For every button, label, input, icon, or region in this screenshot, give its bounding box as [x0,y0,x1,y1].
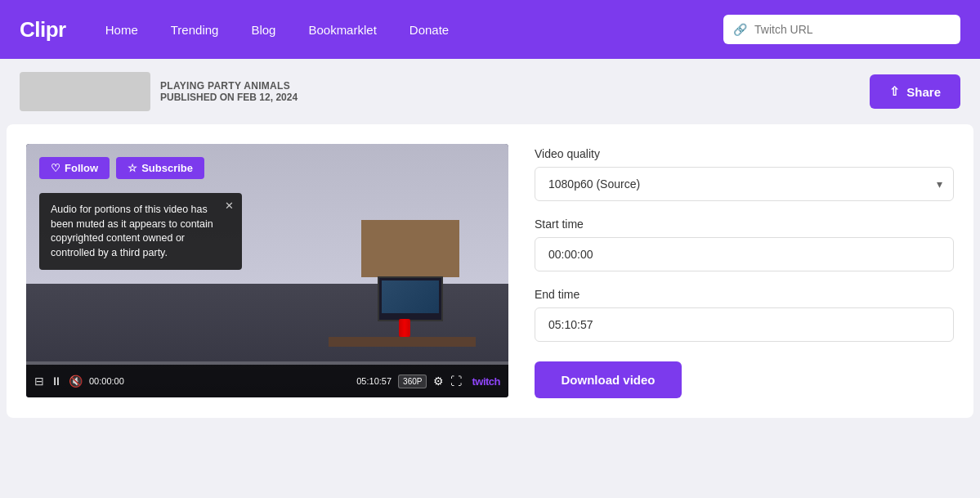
channel-date: PUBLISHED ON FEB 12, 2024 [160,92,298,103]
link-icon: 🔗 [733,23,747,36]
twitch-logo: twitch [472,375,500,388]
fullscreen-icon[interactable]: ⛶ [450,375,462,388]
nav-home[interactable]: Home [92,16,151,43]
subscribe-button[interactable]: ☆ Subscribe [116,157,204,179]
end-time-input[interactable] [535,307,954,342]
quality-select[interactable]: 1080p60 (Source) 720p60 480p 360p 160p [535,167,954,201]
game-name: PARTY ANIMALS [208,80,290,92]
end-time-label: End time [535,288,954,301]
right-panel: Video quality 1080p60 (Source) 720p60 48… [535,144,954,398]
heart-icon: ♡ [51,162,60,174]
video-player[interactable]: ♡ Follow ☆ Subscribe Audio for portions … [26,144,508,397]
star-icon: ☆ [128,162,137,174]
channel-info: PLAYING PARTY ANIMALS PUBLISHED ON FEB 1… [20,72,298,111]
publish-date: FEB 12, 2024 [237,92,298,103]
start-time-section: Start time [535,218,954,271]
can-prop [399,319,410,337]
download-video-button[interactable]: Download video [535,361,682,398]
chapters-icon[interactable]: ⊟ [34,375,44,388]
twitch-url-input[interactable] [723,15,960,44]
nav-blog[interactable]: Blog [238,16,289,43]
channel-playing: PLAYING PARTY ANIMALS [160,80,298,92]
main-content: ♡ Follow ☆ Subscribe Audio for portions … [7,124,973,418]
main-nav: Home Trending Blog Bookmarklet Donate [92,16,697,43]
nav-bookmarklet[interactable]: Bookmarklet [295,16,389,43]
time-current: 00:00:00 [89,376,124,386]
nav-donate[interactable]: Donate [396,16,462,43]
audio-notice: Audio for portions of this video has bee… [39,193,242,270]
share-button[interactable]: ⇧ Share [870,74,960,109]
quality-label: Video quality [535,147,954,160]
video-controls: ⊟ ⏸ 🔇 00:00:00 05:10:57 360P ⚙ ⛶ twitch [26,365,508,397]
monitor-screen [382,280,439,313]
pause-icon[interactable]: ⏸ [51,375,62,388]
time-total: 05:10:57 [356,376,392,386]
search-container: 🔗 [723,15,960,44]
volume-icon[interactable]: 🔇 [69,375,83,388]
quality-badge[interactable]: 360P [398,375,427,388]
quality-select-wrapper: 1080p60 (Source) 720p60 480p 360p 160p ▾ [535,167,954,201]
monitor-prop [378,276,443,321]
follow-button[interactable]: ♡ Follow [39,157,110,179]
settings-icon[interactable]: ⚙ [433,375,444,388]
logo[interactable]: Clipr [20,17,66,43]
start-time-label: Start time [535,218,954,231]
start-time-input[interactable] [535,237,954,271]
share-icon: ⇧ [889,84,900,99]
quality-section: Video quality 1080p60 (Source) 720p60 48… [535,147,954,201]
video-overlay-buttons: ♡ Follow ☆ Subscribe [39,157,204,179]
shelf-prop [361,220,459,277]
main-header: Clipr Home Trending Blog Bookmarklet Don… [0,0,980,59]
nav-trending[interactable]: Trending [158,16,232,43]
desk-prop [329,337,476,347]
end-time-section: End time [535,288,954,342]
channel-meta: PLAYING PARTY ANIMALS PUBLISHED ON FEB 1… [160,80,298,103]
audio-notice-close-button[interactable]: ✕ [225,200,234,212]
sub-header: PLAYING PARTY ANIMALS PUBLISHED ON FEB 1… [0,59,980,124]
video-container: ♡ Follow ☆ Subscribe Audio for portions … [26,144,508,398]
channel-thumbnail [20,72,150,111]
